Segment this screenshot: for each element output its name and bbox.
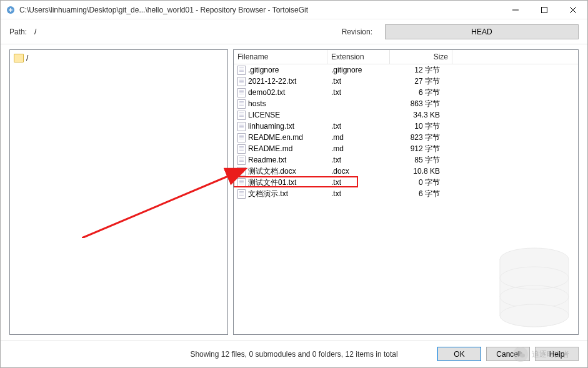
file-name: README.md: [248, 144, 292, 153]
file-size: 912 字节: [390, 144, 452, 154]
file-icon: [237, 156, 246, 165]
file-icon: [237, 133, 246, 142]
table-row[interactable]: 文档演示.txt.txt6 字节: [234, 188, 578, 199]
file-size: 823 字节: [390, 132, 452, 143]
table-row[interactable]: 测试文档.docx.docx10.8 KB: [234, 166, 578, 177]
toolbar: Path: / Revision: HEAD: [1, 19, 587, 44]
list-header: Filename Extension Size: [234, 50, 578, 64]
svg-rect-1: [542, 7, 547, 12]
file-size: 863 字节: [390, 99, 452, 109]
table-row[interactable]: linhuaming.txt.txt10 字节: [234, 121, 578, 132]
table-row[interactable]: .gitignore.gitignore12 字节: [234, 64, 578, 76]
app-icon: [6, 5, 16, 15]
file-name: README.en.md: [248, 133, 303, 142]
file-name: hosts: [248, 99, 266, 108]
file-icon: [237, 122, 246, 131]
file-extension: .txt: [327, 122, 390, 131]
file-extension: .txt: [327, 178, 390, 187]
cancel-button[interactable]: Cancel: [486, 347, 530, 361]
file-icon: [237, 178, 246, 187]
file-icon: [237, 144, 246, 154]
folder-icon: [14, 54, 24, 62]
file-name: .gitignore: [248, 66, 279, 74]
column-filename[interactable]: Filename: [234, 50, 327, 64]
file-size: 85 字节: [390, 155, 452, 166]
file-extension: .txt: [327, 77, 390, 86]
svg-point-5: [500, 304, 569, 327]
window: C:\Users\linhuaming\Desktop\git_de...\he…: [0, 0, 588, 368]
table-row[interactable]: 2021-12-22.txt.txt27 字节: [234, 76, 578, 87]
file-name: Readme.txt: [248, 156, 286, 164]
file-icon: [237, 88, 246, 97]
file-name: linhuaming.txt: [248, 122, 294, 131]
file-size: 0 字节: [390, 177, 452, 188]
file-size: 12 字节: [390, 65, 452, 76]
file-icon: [237, 99, 246, 109]
file-icon: [237, 77, 246, 86]
help-button[interactable]: Help: [535, 347, 579, 361]
file-name: demo02.txt: [248, 88, 285, 97]
file-extension: .gitignore: [327, 66, 390, 74]
table-row[interactable]: Readme.txt.txt85 字节: [234, 154, 578, 166]
window-title: C:\Users\linhuaming\Desktop\git_de...\he…: [19, 6, 308, 14]
file-size: 27 字节: [390, 76, 452, 87]
revision-label: Revision:: [342, 27, 372, 36]
window-controls: [501, 1, 587, 19]
table-row[interactable]: LICENSE34.3 KB: [234, 109, 578, 121]
file-size: 6 字节: [390, 189, 452, 199]
file-name: 2021-12-22.txt: [248, 77, 296, 86]
table-row[interactable]: demo02.txt.txt6 字节: [234, 87, 578, 98]
path-label: Path:: [9, 27, 27, 36]
titlebar-left: C:\Users\linhuaming\Desktop\git_de...\he…: [6, 5, 308, 15]
file-icon: [237, 111, 246, 120]
column-extension[interactable]: Extension: [327, 50, 390, 64]
file-icon: [237, 167, 246, 176]
column-size[interactable]: Size: [390, 50, 452, 64]
file-icon: [237, 189, 246, 199]
file-extension: .txt: [327, 88, 390, 97]
file-name: 测试文档.docx: [248, 166, 296, 177]
tree-root-label: /: [26, 54, 28, 62]
tree-pane[interactable]: /: [9, 49, 228, 335]
table-row[interactable]: README.md.md912 字节: [234, 143, 578, 154]
maximize-button[interactable]: [530, 1, 559, 19]
table-row[interactable]: hosts863 字节: [234, 98, 578, 109]
statusbar: Showing 12 files, 0 submodules and 0 fol…: [1, 340, 587, 367]
file-extension: .md: [327, 144, 390, 153]
table-row[interactable]: README.en.md.md823 字节: [234, 132, 578, 143]
file-name: 文档演示.txt: [248, 189, 288, 199]
file-extension: .docx: [327, 167, 390, 176]
file-size: 34.3 KB: [390, 111, 452, 119]
titlebar: C:\Users\linhuaming\Desktop\git_de...\he…: [1, 1, 587, 19]
file-icon: [237, 66, 246, 75]
file-extension: .txt: [327, 189, 390, 198]
path-value: /: [34, 27, 36, 36]
file-extension: .txt: [327, 156, 390, 164]
table-row[interactable]: 测试文件01.txt.txt0 字节: [234, 177, 578, 188]
ok-button[interactable]: OK: [437, 347, 481, 361]
file-name: LICENSE: [248, 111, 280, 119]
file-size: 10 字节: [390, 121, 452, 132]
file-name: 测试文件01.txt: [248, 177, 296, 188]
head-button[interactable]: HEAD: [385, 24, 579, 39]
file-list-pane: Filename Extension Size .gitignore.gitig…: [233, 49, 579, 335]
minimize-button[interactable]: [501, 1, 530, 19]
file-size: 10.8 KB: [390, 167, 452, 176]
file-extension: .md: [327, 133, 390, 142]
content: / Filename Extension Size .gitignore.git…: [1, 44, 587, 340]
tree-root-item[interactable]: /: [12, 52, 225, 64]
database-watermark-icon: [497, 247, 572, 328]
file-size: 6 字节: [390, 87, 452, 98]
close-button[interactable]: [559, 1, 587, 19]
